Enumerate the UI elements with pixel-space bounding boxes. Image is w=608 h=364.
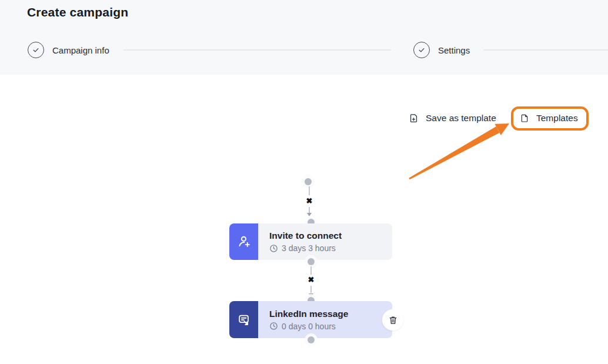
connector-line <box>310 266 312 275</box>
delete-node-button[interactable] <box>382 309 403 330</box>
stepper-divider <box>483 49 608 51</box>
linkedin-node-delay-text: 0 days 0 hours <box>282 322 336 331</box>
connector-dot[interactable] <box>308 258 315 265</box>
invite-node-body: Invite to connect 3 days 3 hours <box>258 223 392 260</box>
step-campaign-info-label[interactable]: Campaign info <box>52 45 109 55</box>
invite-node-title: Invite to connect <box>269 231 392 241</box>
connector-arrowhead-icon <box>307 213 312 216</box>
step-settings-check-circle[interactable] <box>413 42 430 58</box>
detach-x-icon[interactable]: ✖ <box>304 197 315 205</box>
linkedin-node-icon-block <box>229 301 258 338</box>
user-plus-icon <box>236 234 252 249</box>
stepper-divider <box>123 49 391 51</box>
templates-button[interactable]: Templates <box>520 112 578 125</box>
connector-line <box>309 186 310 195</box>
connector-line <box>310 286 312 293</box>
save-as-template-label: Save as template <box>426 113 496 123</box>
check-icon <box>32 46 40 54</box>
invite-node-delay: 3 days 3 hours <box>269 243 392 253</box>
clock-icon <box>269 322 278 330</box>
invite-node-icon-block <box>229 223 258 260</box>
linkedin-node-body: LinkedIn message 0 days 0 hours <box>258 301 392 338</box>
check-icon <box>417 46 426 54</box>
linkedin-node-title: LinkedIn message <box>269 309 392 319</box>
trash-icon <box>388 315 398 325</box>
step-campaign-info-check-circle[interactable] <box>28 42 44 58</box>
message-share-icon <box>236 312 252 328</box>
step-settings-label[interactable]: Settings <box>438 45 470 55</box>
detach-x-icon[interactable]: ✖ <box>306 276 316 284</box>
linkedin-node-delay: 0 days 0 hours <box>269 322 392 331</box>
connector-dot[interactable] <box>305 178 312 185</box>
connector-dot[interactable] <box>308 336 315 343</box>
templates-label: Templates <box>536 113 578 123</box>
header-section: Create campaign Campaign info Settings <box>0 0 608 75</box>
clock-icon <box>269 244 278 253</box>
page-title: Create campaign <box>27 5 128 19</box>
linkedin-message-node[interactable]: LinkedIn message 0 days 0 hours <box>229 301 392 338</box>
invite-to-connect-node[interactable]: Invite to connect 3 days 3 hours <box>229 223 392 260</box>
save-as-template-button[interactable]: Save as template <box>409 112 496 125</box>
connector-line <box>309 207 310 213</box>
file-plus-icon <box>409 113 419 123</box>
file-icon <box>520 113 529 123</box>
invite-node-delay-text: 3 days 3 hours <box>282 243 336 253</box>
